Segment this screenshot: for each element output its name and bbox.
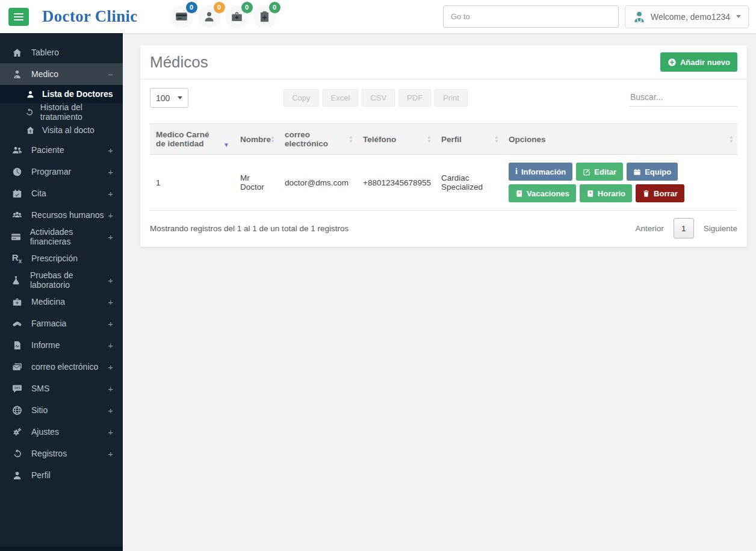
patient-badge: 0 (214, 2, 225, 13)
top-header: Doctor Clinic 0 0 0 0 Welcome, demo1234 (0, 0, 756, 33)
sidebar-item-prescripcion[interactable]: Rx Prescripción (0, 247, 123, 269)
sidebar-nav: Tablero Medico − Lista de Doctores Histo… (0, 33, 123, 551)
page-number-button[interactable]: 1 (674, 218, 694, 238)
patient-icon[interactable]: 0 (198, 5, 221, 28)
sidebar-item-pruebas-de-laboratorio[interactable]: Pruebas de laboratorio + (0, 269, 123, 291)
sidebar-item-perfil[interactable]: Perfil (0, 464, 123, 486)
user-menu-button[interactable]: Welcome, demo1234 (625, 5, 749, 28)
copy-button[interactable]: Copy (284, 89, 318, 107)
welcome-label: Welcome, demo1234 (651, 12, 730, 22)
rx-icon: Rx (10, 253, 24, 264)
cell-email: doctor@dms.com (279, 155, 357, 211)
doctor-avatar-icon (633, 10, 646, 23)
sidebar-item-registros[interactable]: Registros + (0, 443, 123, 464)
column-header-id[interactable]: Medico Carné de identidad ▼ (150, 124, 234, 155)
pagination: Anterior 1 Siguiente (635, 218, 737, 238)
sidebar-item-paciente[interactable]: Paciente + (0, 139, 123, 161)
billing-card-icon[interactable]: 0 (170, 5, 193, 28)
expand-toggle: + (108, 427, 113, 437)
history-icon (24, 108, 34, 117)
editar-button[interactable]: Editar (576, 163, 623, 181)
clock-icon (10, 167, 24, 177)
sidebar-item-actividades-financieras[interactable]: Actividades financieras + (0, 226, 123, 247)
history-icon (10, 449, 24, 459)
column-header-telefono[interactable]: Teléfono ▲▼ (357, 124, 435, 155)
home-icon (10, 48, 24, 58)
expand-toggle: + (108, 232, 113, 242)
column-header-nombre[interactable]: Nombre ▲▼ (234, 124, 279, 155)
expand-toggle: + (108, 297, 113, 307)
sidebar-item-correo-electronico[interactable]: correo electrónico + (0, 356, 123, 378)
sort-icon: ▲▼ (494, 135, 499, 143)
vacaciones-button[interactable]: Vacaciones (509, 184, 576, 202)
info-icon: i (515, 167, 518, 176)
clipboard-plus-icon[interactable]: 0 (253, 5, 276, 28)
medical-bag-icon (10, 297, 24, 307)
horario-button[interactable]: Horario (580, 184, 632, 202)
sidebar-item-sms[interactable]: SMS + (0, 378, 123, 399)
person-icon (10, 470, 24, 481)
cell-phone: +88012345678955 (357, 155, 435, 211)
sidebar-item-ajustes[interactable]: Ajustes + (0, 421, 123, 443)
chevron-down-icon (178, 96, 182, 99)
doctor-icon (10, 69, 24, 79)
csv-button[interactable]: CSV (362, 89, 395, 107)
calendar-icon (633, 168, 641, 176)
borrar-button[interactable]: Borrar (636, 184, 684, 202)
sidebar-item-informe[interactable]: Informe + (0, 334, 123, 356)
sidebar-item-lista-de-doctores[interactable]: Lista de Doctores (0, 85, 123, 103)
row-actions: i Información Editar Equipo (509, 163, 696, 202)
home-visit-icon (24, 126, 36, 135)
sidebar-item-sitio[interactable]: Sitio + (0, 399, 123, 421)
informacion-button[interactable]: i Información (509, 163, 572, 181)
column-header-perfil[interactable]: Perfil ▲▼ (435, 124, 503, 155)
expand-toggle: + (108, 384, 113, 394)
sidebar-item-recursos-humanos[interactable]: Recursos humanos + (0, 204, 123, 226)
add-new-button[interactable]: Añadir nuevo (660, 52, 737, 72)
sidebar-item-medicina[interactable]: Medicina + (0, 291, 123, 313)
page-length-select[interactable]: 100 (150, 88, 188, 108)
gears-icon (10, 427, 24, 437)
sidebar-item-historia-del-tratamiento[interactable]: Historia del tratamiento (0, 103, 123, 121)
export-button-group: Copy Excel CSV PDF Print (284, 89, 468, 107)
print-button[interactable]: Print (435, 89, 468, 107)
patients-icon (10, 145, 24, 155)
cell-name: Mr Doctor (234, 155, 279, 211)
team-icon (10, 210, 24, 220)
column-header-opciones[interactable]: Opciones ▲▼ (503, 124, 737, 155)
equipo-button[interactable]: Equipo (627, 163, 678, 181)
expand-toggle: + (108, 275, 113, 285)
address-book-icon (515, 190, 523, 198)
medical-bag-icon[interactable]: 0 (226, 5, 249, 28)
edit-icon (583, 168, 590, 176)
sort-icon: ▲▼ (349, 135, 353, 143)
previous-page-button[interactable]: Anterior (635, 224, 663, 233)
main-content: Médicos Añadir nuevo 100 Copy Excel CSV … (123, 33, 756, 247)
column-header-correo[interactable]: correo electrónico ▲▼ (279, 124, 357, 155)
sms-icon (10, 384, 24, 394)
pdf-button[interactable]: PDF (398, 89, 431, 107)
expand-toggle: + (108, 188, 113, 199)
table-search-input[interactable] (629, 88, 737, 107)
doctors-panel: Médicos Añadir nuevo 100 Copy Excel CSV … (140, 45, 747, 247)
billing-badge: 0 (186, 2, 197, 13)
expand-toggle: + (108, 405, 113, 416)
hamburger-menu-icon[interactable] (8, 8, 29, 26)
excel-button[interactable]: Excel (323, 89, 359, 107)
expand-toggle: + (108, 319, 113, 329)
next-page-button[interactable]: Siguiente (704, 224, 737, 233)
sidebar-item-tablero[interactable]: Tablero (0, 42, 123, 63)
records-info: Mostrando registros del 1 al 1 de un tot… (150, 224, 349, 233)
flask-icon (10, 275, 23, 285)
credit-card-icon (10, 232, 23, 242)
calendar-check-icon (10, 188, 24, 199)
goto-search-input[interactable] (443, 5, 619, 28)
sidebar-item-farmacia[interactable]: Farmacia + (0, 313, 123, 334)
sidebar-item-visita-al-docto[interactable]: Visita al docto (0, 121, 123, 139)
sidebar-item-programar[interactable]: Programar + (0, 161, 123, 182)
globe-icon (10, 405, 24, 416)
sidebar-item-cita[interactable]: Cita + (0, 182, 123, 204)
mail-icon (10, 362, 24, 372)
sidebar-item-medico[interactable]: Medico − (0, 63, 123, 85)
person-icon (24, 90, 36, 99)
